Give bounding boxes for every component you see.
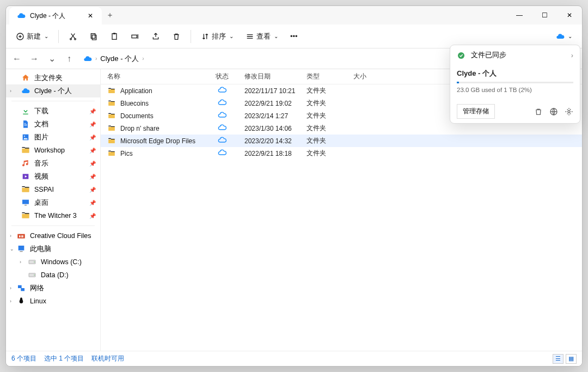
sidebar-label: 视频 <box>34 172 48 181</box>
picture-icon <box>21 133 30 142</box>
sidebar-item-home[interactable]: 主文件夹 <box>6 71 100 84</box>
storage-usage: 23.0 GB used of 1 TB (2%) <box>457 87 573 93</box>
breadcrumb-root[interactable]: Clyde - 个人 <box>100 54 139 64</box>
paste-button[interactable] <box>106 27 123 46</box>
window-controls: — ☐ ✕ <box>507 6 582 25</box>
chevron-down-icon[interactable]: ⌄ <box>10 246 14 252</box>
file-type: 文件夹 <box>300 124 347 133</box>
cloud-icon <box>556 32 565 41</box>
status-online: 联机时可用 <box>91 354 124 363</box>
sidebar-item-network[interactable]: › 网络 <box>6 282 100 295</box>
sidebar-item-ccf[interactable]: › Creative Cloud Files <box>6 229 100 242</box>
pin-icon[interactable]: 📌 <box>89 174 96 180</box>
pin-icon[interactable]: 📌 <box>89 200 96 206</box>
file-type: 文件夹 <box>300 111 347 120</box>
col-type[interactable]: 类型 <box>300 72 347 81</box>
cloud-toolbar-button[interactable] <box>552 27 577 46</box>
file-date: 2023/2/20 14:32 <box>238 137 300 145</box>
status-selected: 选中 1 个项目 <box>44 354 84 363</box>
recent-button[interactable]: ⌄ <box>44 51 59 66</box>
new-button[interactable]: 新建 <box>11 27 53 46</box>
col-date[interactable]: 修改日期 <box>238 72 300 81</box>
sidebar-item-pinned[interactable]: SSPAI📌 <box>6 183 100 196</box>
share-button[interactable] <box>147 27 164 46</box>
breadcrumb[interactable]: › Clyde - 个人 › <box>83 54 144 64</box>
sidebar-label: Creative Cloud Files <box>30 232 91 240</box>
sidebar-item-pinned[interactable]: 桌面📌 <box>6 196 100 209</box>
pin-icon[interactable]: 📌 <box>89 187 96 193</box>
sidebar-item-pinned[interactable]: 音乐📌 <box>6 157 100 170</box>
sidebar-item-thispc[interactable]: ⌄ 此电脑 <box>6 242 100 255</box>
manage-storage-button[interactable]: 管理存储 <box>457 104 495 119</box>
col-size[interactable]: 大小 <box>347 72 385 81</box>
file-date: 2023/1/30 14:06 <box>238 125 300 132</box>
back-button[interactable]: ← <box>9 51 24 66</box>
sidebar-item-drive-c[interactable]: › Windows (C:) <box>6 255 100 269</box>
pin-icon[interactable]: 📌 <box>89 148 96 154</box>
file-name: Pics <box>120 150 133 157</box>
titlebar: Clyde - 个人 ✕ ＋ — ☐ ✕ <box>6 6 582 25</box>
close-button[interactable]: ✕ <box>557 6 582 25</box>
table-row[interactable]: Drop n' share 2023/1/30 14:06 文件夹 <box>101 122 582 135</box>
col-name[interactable]: 名称 <box>101 72 206 81</box>
pin-icon[interactable]: 📌 <box>89 108 96 114</box>
folder-icon <box>107 87 116 95</box>
delete-button[interactable] <box>168 27 185 46</box>
sync-status-row[interactable]: 文件已同步 › <box>450 45 580 65</box>
file-name: Drop n' share <box>120 125 160 132</box>
folder-icon <box>107 150 116 157</box>
minimize-button[interactable]: — <box>507 6 532 25</box>
pin-icon[interactable]: 📌 <box>89 161 96 167</box>
tab-close-icon[interactable]: ✕ <box>87 12 94 20</box>
cut-button[interactable] <box>64 27 82 46</box>
status-bar: 6 个项目 选中 1 个项目 联机时可用 ☰ ▦ <box>6 351 582 366</box>
file-name: Microsoft Edge Drop Files <box>120 137 195 145</box>
new-label: 新建 <box>27 32 41 41</box>
gear-icon[interactable] <box>565 107 573 116</box>
more-button[interactable]: ••• <box>286 27 302 46</box>
sidebar-item-drive-d[interactable]: Data (D:) <box>6 269 100 282</box>
sidebar-item-pinned[interactable]: Workshop📌 <box>6 144 100 157</box>
folder-icon <box>21 185 30 194</box>
sidebar-item-cloud[interactable]: › Clyde - 个人 <box>6 84 100 97</box>
sidebar-item-pinned[interactable]: 下载📌 <box>6 105 100 118</box>
folder-icon <box>107 125 116 132</box>
up-button[interactable]: ↑ <box>62 51 77 66</box>
chevron-right-icon[interactable]: › <box>20 259 21 265</box>
view-thumbnails-button[interactable]: ▦ <box>566 354 577 364</box>
sidebar-item-pinned[interactable]: The Witcher 3📌 <box>6 209 100 222</box>
sync-panel: 文件已同步 › Clyde - 个人 23.0 GB used of 1 TB … <box>450 45 580 124</box>
sidebar-item-pinned[interactable]: 视频📌 <box>6 170 100 183</box>
sort-button[interactable]: 排序 <box>197 27 238 46</box>
table-row[interactable]: Pics 2022/9/21 18:18 文件夹 <box>101 147 582 160</box>
chevron-right-icon[interactable]: › <box>10 298 11 304</box>
sidebar-label: Data (D:) <box>41 271 69 279</box>
chevron-right-icon[interactable]: › <box>10 233 11 239</box>
storage-progress <box>457 82 573 83</box>
pin-icon[interactable]: 📌 <box>89 135 96 141</box>
forward-button[interactable]: → <box>27 51 42 66</box>
video-icon <box>21 172 30 181</box>
new-tab-button[interactable]: ＋ <box>102 6 118 25</box>
view-button[interactable]: 查看 <box>241 27 283 46</box>
pin-icon[interactable]: 📌 <box>89 213 96 219</box>
pin-icon[interactable]: 📌 <box>89 121 96 127</box>
download-icon <box>21 107 30 115</box>
sidebar-item-linux[interactable]: › Linux <box>6 295 100 308</box>
chevron-right-icon[interactable]: › <box>10 88 11 94</box>
sidebar-item-pinned[interactable]: 文档📌 <box>6 118 100 131</box>
chevron-right-icon: › <box>142 56 144 62</box>
sidebar-item-pinned[interactable]: 图片📌 <box>6 131 100 144</box>
maximize-button[interactable]: ☐ <box>532 6 557 25</box>
table-row[interactable]: Microsoft Edge Drop Files 2023/2/20 14:3… <box>101 135 582 147</box>
copy-button[interactable] <box>85 27 102 46</box>
home-icon <box>21 74 30 82</box>
chevron-right-icon[interactable]: › <box>10 285 11 291</box>
globe-icon[interactable] <box>549 107 558 116</box>
rename-button[interactable] <box>126 27 144 46</box>
view-details-button[interactable]: ☰ <box>553 354 564 364</box>
tab-current[interactable]: Clyde - 个人 ✕ <box>9 7 102 25</box>
recycle-bin-icon[interactable] <box>534 107 543 116</box>
cloud-icon <box>21 87 30 95</box>
plus-icon <box>16 32 24 41</box>
